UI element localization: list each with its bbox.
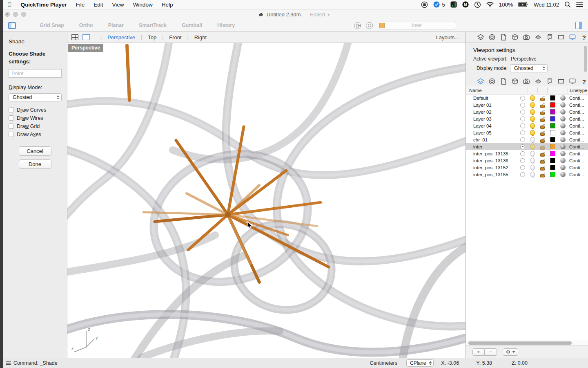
close-window-button[interactable] [5,12,10,17]
layer-name[interactable]: chr_01 [466,137,518,142]
apple-menu-icon[interactable]:  [7,1,12,8]
viewport-label-badge[interactable]: Perspective [68,44,103,52]
tab-perspective[interactable]: Perspective [107,34,135,40]
layer-linetype[interactable]: Conti... [568,123,588,128]
layer-name[interactable]: Layer 01 [466,103,518,108]
layers-table-header[interactable]: Name Linetype [466,86,588,94]
spotlight-search-icon[interactable] [564,1,571,8]
layer-material-icon[interactable] [560,116,566,121]
checkbox-draw-grid[interactable]: Draw Grid [9,123,61,129]
current-layer-radio[interactable] [520,117,525,121]
help-panel-tab-icon[interactable]: ? [580,34,588,41]
current-layer-radio[interactable] [520,137,525,142]
command-prompt[interactable]: Command: _Shade [13,360,58,366]
toggle-history[interactable]: History [217,22,235,28]
layer-linetype[interactable]: Conti... [568,151,588,156]
layer-linetype[interactable]: Conti... [568,172,588,177]
layer-name[interactable]: Layer 02 [466,110,518,114]
document-panel-tab-icon[interactable] [499,34,507,41]
layer-lock-icon[interactable] [540,174,545,177]
layer-visibility-bulb-icon[interactable] [530,130,535,135]
checkbox-box[interactable] [9,132,14,137]
vertical-scrollbar-thumb[interactable] [584,46,587,72]
current-layer-radio[interactable] [520,172,525,177]
layout-panel-tab-icon[interactable] [557,78,565,85]
notes-panel-tab-icon[interactable] [546,78,553,85]
layer-visibility-bulb-icon[interactable] [530,158,535,163]
layer-material-icon[interactable] [560,172,566,177]
layer-linetype[interactable]: Conti... [568,96,588,101]
menu-view[interactable]: View [112,2,124,8]
display-panel-tab-icon[interactable] [569,78,577,85]
materials-panel-tab-icon[interactable] [534,34,542,41]
layer-linetype[interactable]: Conti... [568,117,588,121]
screen-record-stop-icon[interactable] [421,1,428,8]
current-layer-radio[interactable] [520,130,525,135]
layer-visibility-bulb-icon[interactable] [530,109,535,114]
layer-material-icon[interactable] [560,130,566,135]
layer-visibility-bulb-icon[interactable] [530,151,535,156]
layer-name[interactable]: Layer 03 [466,117,518,121]
current-layer-radio[interactable] [520,158,525,163]
menu-help[interactable]: Help [162,2,173,8]
layer-color-swatch[interactable] [550,102,555,108]
app-status-icon[interactable] [450,1,457,8]
layer-row[interactable]: Layer 04 Conti... [466,122,588,129]
shield-check-icon[interactable] [433,1,440,8]
layer-color-swatch[interactable] [550,137,555,142]
menu-file[interactable]: File [76,2,85,8]
current-layer-radio[interactable] [520,151,525,156]
layer-lock-icon[interactable] [540,139,545,143]
properties-panel-tab-icon[interactable] [488,78,496,85]
layer-visibility-bulb-icon[interactable] [530,116,535,121]
layer-material-icon[interactable] [560,109,566,114]
four-viewports-icon[interactable] [71,34,78,40]
layer-color-swatch[interactable] [550,123,555,128]
menubar-clock[interactable]: Wed 11:02 [534,2,559,8]
layer-row[interactable]: inter Conti... [466,143,588,150]
checkbox-box[interactable] [9,107,14,112]
layer-linetype[interactable]: Conti... [568,158,588,163]
layer-name[interactable]: inter [466,144,518,149]
zoom-window-button[interactable] [21,12,26,17]
layers-panel-tab-icon[interactable] [477,78,484,85]
layer-material-icon[interactable] [560,102,566,108]
horizontal-scrollbar[interactable] [466,340,588,346]
menu-window[interactable]: Window [133,2,153,8]
box-panel-tab-icon[interactable] [511,34,519,41]
layer-color-swatch[interactable] [550,130,555,135]
toggle-grid-snap[interactable]: Grid Snap [40,22,64,28]
single-viewport-icon[interactable] [82,34,90,40]
horizontal-scrollbar-thumb[interactable] [468,341,572,345]
materials-panel-tab-icon[interactable] [534,78,542,85]
layer-lock-icon[interactable] [540,160,545,164]
checkbox-draw-axes[interactable]: Draw Axes [9,132,61,137]
layer-name[interactable]: Layer 04 [466,123,518,128]
layer-lock-icon[interactable] [540,132,545,136]
layer-visibility-bulb-icon[interactable] [530,123,535,128]
layer-row[interactable]: chr_01 Conti... [466,136,588,143]
window-title[interactable]: Untitled 2.3dm [267,11,301,18]
layer-row[interactable]: inter_pos_13135 Conti... [466,150,588,157]
layer-color-swatch[interactable] [550,95,555,101]
properties-panel-tab-icon[interactable] [488,34,496,41]
layer-color-swatch[interactable] [550,165,555,170]
checkbox-draw-wires[interactable]: Draw Wires [9,115,61,121]
display-panel-tab-icon[interactable] [569,34,577,41]
current-layer-radio[interactable] [520,110,525,114]
current-layer-radio[interactable] [520,144,525,149]
layer-name[interactable]: inter_pos_13152 [466,165,518,170]
toggle-gumball[interactable]: Gumball [182,22,202,28]
layer-linetype[interactable]: Conti... [568,137,588,142]
layout-panel-tab-icon[interactable] [557,34,565,41]
layer-linetype[interactable]: Conti... [568,130,588,135]
done-button[interactable]: Done [19,159,51,169]
layer-name[interactable]: inter_pos_13136 [466,158,518,163]
layer-material-icon[interactable] [560,151,566,156]
layer-row[interactable]: inter_pos_13152 Conti... [466,164,588,171]
remove-layer-button[interactable]: − [485,348,497,356]
record-history-icon[interactable] [354,22,361,29]
column-linetype[interactable]: Linetype [568,88,588,93]
layer-material-icon[interactable] [560,137,566,142]
toggle-planar[interactable]: Planar [108,22,124,28]
